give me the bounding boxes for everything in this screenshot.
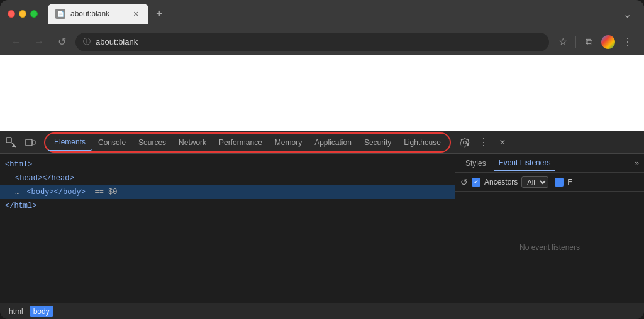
dom-line-html-open[interactable]: <html> [0,158,455,171]
svg-rect-0 [6,138,11,143]
forward-button[interactable]: → [30,33,48,51]
devtools-tabs-highlight: Elements Console Sources Network Perform… [44,132,451,153]
tab-styles[interactable]: Styles [460,156,491,170]
tab-sources[interactable]: Sources [132,134,172,151]
f-label: F [567,178,572,187]
devtools-close-button[interactable]: × [494,134,511,151]
tab-memory[interactable]: Memory [269,134,308,151]
tab-performance[interactable]: Performance [213,134,269,151]
breadcrumb-body[interactable]: body [30,306,53,317]
svg-rect-1 [26,139,32,146]
ancestors-label: Ancestors [484,178,518,187]
event-listeners-refresh-icon[interactable]: ↺ [460,177,468,187]
tab-console[interactable]: Console [92,134,132,151]
devtools-settings-icon[interactable] [456,134,474,151]
page-content [0,55,644,131]
device-toolbar-icon[interactable] [21,134,39,151]
more-tabs-button[interactable]: ⌄ [618,6,636,23]
ancestors-checkbox[interactable]: ✓ [472,178,480,187]
tab-close-button[interactable]: × [131,9,141,19]
tab-search-icon[interactable]: ⧉ [580,33,597,51]
event-listeners-toolbar: ↺ ✓ Ancestors All F [455,173,644,192]
ancestors-filter-select[interactable]: All [521,176,548,188]
profile-icon[interactable] [601,35,615,49]
tab-bar: 📄 about:blank × + [48,4,613,24]
new-tab-button[interactable]: + [151,5,168,23]
breadcrumb-html[interactable]: html [5,306,27,317]
address-bar[interactable]: ⓘ about:blank [75,33,549,51]
toolbar-actions: ☆ ⧉ ⋮ [554,33,636,51]
close-window-button[interactable] [8,10,15,18]
devtools-breadcrumb: html body [0,303,644,319]
tab-elements[interactable]: Elements [48,134,92,151]
elements-panel: <html> <head></head> … <body></body> == … [0,154,455,303]
active-tab[interactable]: 📄 about:blank × [48,4,148,24]
devtools-tabs: Elements Console Sources Network Perform… [48,134,447,151]
browser-window: 📄 about:blank × + ⌄ ← → ↺ ⓘ about:blank … [0,0,644,319]
bookmark-icon[interactable]: ☆ [554,33,572,51]
address-text: about:blank [96,37,138,46]
traffic-lights [8,10,38,18]
right-panel: Styles Event Listeners » ↺ ✓ Ancestors A [455,154,644,303]
svg-rect-2 [33,141,35,144]
tab-security[interactable]: Security [358,134,397,151]
right-panel-more[interactable]: » [635,159,639,168]
devtools-content: <html> <head></head> … <body></body> == … [0,154,644,303]
tab-network[interactable]: Network [172,134,213,151]
devtools-more-icon[interactable]: ⋮ [475,134,492,151]
dom-line-head[interactable]: <head></head> [0,171,455,185]
tab-application[interactable]: Application [308,134,358,151]
devtools-right-icons: ⋮ × [456,134,511,151]
tab-title: about:blank [70,9,109,18]
event-listeners-empty: No event listeners [455,192,644,303]
minimize-window-button[interactable] [19,10,26,18]
right-panel-tabs: Styles Event Listeners » [455,154,644,173]
title-bar: 📄 about:blank × + ⌄ [0,0,644,28]
inspect-element-icon[interactable] [3,134,20,151]
dom-line-html-close[interactable]: </html> [0,199,455,213]
devtools: Elements Console Sources Network Perform… [0,131,644,319]
tab-lighthouse[interactable]: Lighthouse [397,134,447,151]
devtools-tabs-bar: Elements Console Sources Network Perform… [0,131,644,154]
tab-event-listeners[interactable]: Event Listeners [494,156,556,171]
toolbar-divider [575,36,576,48]
dom-line-body[interactable]: … <body></body> == $0 [0,185,455,199]
f-checkbox[interactable] [555,178,564,187]
tab-favicon: 📄 [55,9,65,19]
menu-icon[interactable]: ⋮ [619,33,636,51]
address-lock-icon: ⓘ [83,36,91,47]
devtools-toolbar-icons [3,134,39,151]
refresh-button[interactable]: ↺ [53,33,70,51]
maximize-window-button[interactable] [30,10,38,18]
toolbar: ← → ↺ ⓘ about:blank ☆ ⧉ ⋮ [0,28,644,55]
back-button[interactable]: ← [8,33,25,51]
